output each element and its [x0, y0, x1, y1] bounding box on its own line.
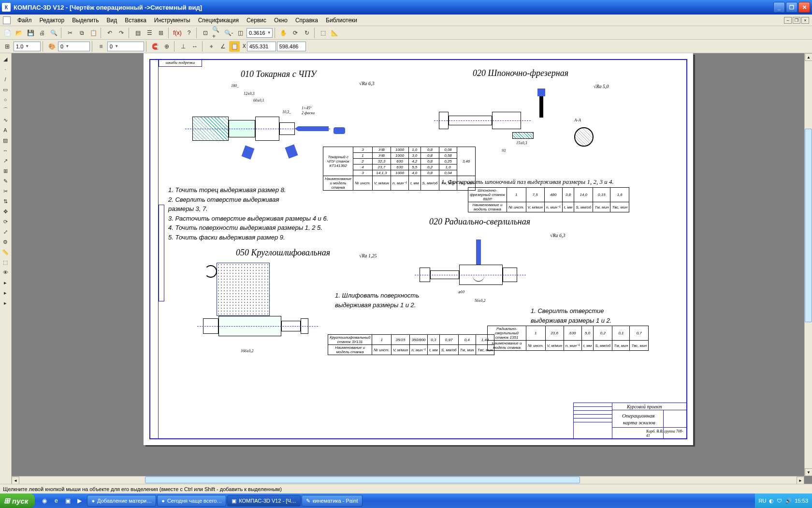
rotate2-icon[interactable]: ⟳ [0, 217, 11, 226]
cut-icon[interactable]: ✂ [65, 28, 75, 38]
props-icon[interactable]: ▤ [132, 28, 143, 38]
menu-view[interactable]: Вид [103, 16, 121, 25]
menu-insert[interactable]: Вставка [121, 16, 150, 25]
view-icon[interactable]: 👁 [0, 268, 11, 277]
color-icon[interactable]: 🎨 [46, 41, 57, 52]
zoom-fit-icon[interactable]: ⊡ [200, 28, 211, 38]
start-button[interactable]: ⊞пуск [0, 493, 35, 508]
edit1-icon[interactable]: ✎ [0, 176, 11, 186]
linestyle-combo[interactable]: 0▼ [107, 42, 144, 51]
ql-desktop-icon[interactable]: ▣ [63, 496, 72, 506]
minimize-button[interactable]: _ [773, 2, 785, 13]
tray-icon-3[interactable]: 🔊 [785, 498, 792, 504]
linewidth-combo[interactable]: 1.0▼ [14, 42, 41, 51]
save-icon[interactable]: 💾 [25, 28, 36, 38]
task-3[interactable]: ▣КОМПАС-3D V12 - [Ч… [227, 495, 300, 507]
paste-icon[interactable]: 📋 [88, 28, 99, 38]
print-icon[interactable]: 🖨 [37, 28, 47, 38]
xyz-icon[interactable]: ⬚ [318, 28, 329, 38]
menu-select[interactable]: Выделить [68, 16, 102, 25]
tray-icon-2[interactable]: 🛡 [777, 498, 782, 504]
snap-grid-icon[interactable]: ⊞ [2, 41, 13, 52]
open-icon[interactable]: 📂 [14, 28, 24, 38]
point-icon[interactable]: · [0, 64, 11, 74]
layers-icon[interactable]: ☰ [144, 28, 155, 38]
spline-icon[interactable]: ∿ [0, 115, 11, 125]
zoom-combo[interactable]: 0.3616▼ [246, 28, 273, 38]
vertical-scrollbar[interactable]: ▲ ▼ [804, 53, 812, 476]
zoom-window-icon[interactable]: ◫ [235, 28, 246, 38]
line-icon[interactable]: / [0, 75, 11, 84]
meas-icon[interactable]: 📏 [0, 247, 11, 257]
system-tray[interactable]: RU ◐ 🛡 🔊 15:53 [755, 493, 812, 508]
mirror-icon[interactable]: ⇅ [0, 196, 11, 206]
param-icon[interactable]: ⚙ [0, 237, 11, 247]
dim-side-icon[interactable]: ↔ [0, 146, 11, 155]
coord-icon[interactable]: ⌖ [206, 41, 217, 52]
circle-icon[interactable]: ○ [0, 95, 11, 105]
horizontal-scrollbar[interactable]: ◄ ► [12, 476, 804, 484]
refresh-icon[interactable]: ↻ [302, 28, 312, 38]
ql-media-icon[interactable]: ▶ [74, 496, 84, 506]
doc-minimize[interactable]: – [784, 17, 792, 24]
menu-edit[interactable]: Редактор [36, 16, 69, 25]
trim-icon[interactable]: ✂ [0, 186, 11, 196]
geom-icon[interactable]: ◢ [0, 54, 11, 64]
menu-spec[interactable]: Спецификация [194, 16, 243, 25]
menu-service[interactable]: Сервис [243, 16, 270, 25]
angle-icon[interactable]: ∠ [218, 41, 228, 52]
task-1[interactable]: ●Добавление матери… [87, 495, 156, 507]
sel-icon[interactable]: ⬚ [0, 257, 11, 267]
fx-icon[interactable]: f(x) [172, 28, 183, 38]
new-icon[interactable]: 📄 [2, 28, 13, 38]
table-icon[interactable]: ⊞ [0, 166, 11, 176]
more3-icon[interactable]: ▸ [0, 298, 11, 308]
menu-tools[interactable]: Инструменты [150, 16, 194, 25]
scale-icon[interactable]: ⤢ [0, 227, 11, 237]
tree-icon[interactable]: ⊞ [156, 28, 166, 38]
menu-window[interactable]: Окно [270, 16, 291, 25]
zoom-out-icon[interactable]: 🔍- [223, 28, 234, 38]
doc-close[interactable]: × [801, 17, 809, 24]
preview-icon[interactable]: 🔍 [48, 28, 59, 38]
ortho-icon[interactable]: ⊥ [178, 41, 188, 52]
style-icon[interactable]: ≡ [96, 41, 106, 52]
x-input[interactable] [247, 42, 276, 51]
help-icon[interactable]: ? [184, 28, 194, 38]
maximize-button[interactable]: ❐ [786, 2, 798, 13]
snap-icon[interactable]: ⊕ [161, 41, 172, 52]
rect-icon[interactable]: ▭ [0, 85, 11, 94]
text-icon[interactable]: A [0, 125, 11, 135]
arc-icon[interactable]: ⌒ [0, 105, 11, 115]
dim-icon[interactable]: ↔ [189, 41, 200, 52]
menu-libs[interactable]: Библиотеки [322, 16, 361, 25]
ql-ie-icon[interactable]: e [51, 496, 61, 506]
tray-icon-1[interactable]: ◐ [769, 498, 774, 504]
paste2-icon[interactable]: 📋 [229, 41, 240, 52]
hatch-icon[interactable]: ▨ [0, 135, 11, 145]
rotate-icon[interactable]: ⟳ [290, 28, 301, 38]
clock[interactable]: 15:53 [795, 498, 808, 504]
more1-icon[interactable]: ▸ [0, 278, 11, 287]
pan-icon[interactable]: ✋ [278, 28, 289, 38]
menu-file[interactable]: Файл [14, 16, 36, 25]
more2-icon[interactable]: ▸ [0, 288, 11, 298]
close-button[interactable]: ✕ [798, 2, 810, 13]
doc-restore[interactable]: ❐ [793, 17, 800, 24]
task-2[interactable]: ●Сегодня чаще всего… [157, 495, 226, 507]
y-input[interactable] [277, 42, 306, 51]
magnet-icon[interactable]: 🧲 [150, 41, 160, 52]
leader-icon[interactable]: ↗ [0, 156, 11, 165]
undo-icon[interactable]: ↶ [104, 28, 115, 38]
lang-indicator[interactable]: RU [759, 498, 767, 504]
zoom-in-icon[interactable]: 🔍+ [212, 28, 222, 38]
layer-combo[interactable]: 0▼ [58, 42, 90, 51]
drawing-canvas[interactable]: шкаби подрезки 010 Токарная с ЧПУ √Ra 6,… [12, 53, 812, 484]
task-4[interactable]: ✎кинематика - Paint [302, 495, 362, 507]
copy-icon[interactable]: ⧉ [76, 28, 87, 38]
ql-chrome-icon[interactable]: ◉ [40, 496, 49, 506]
move-icon[interactable]: ✥ [0, 207, 11, 216]
measure-icon[interactable]: 📐 [330, 28, 340, 38]
menu-help[interactable]: Справка [291, 16, 322, 25]
redo-icon[interactable]: ↷ [116, 28, 127, 38]
